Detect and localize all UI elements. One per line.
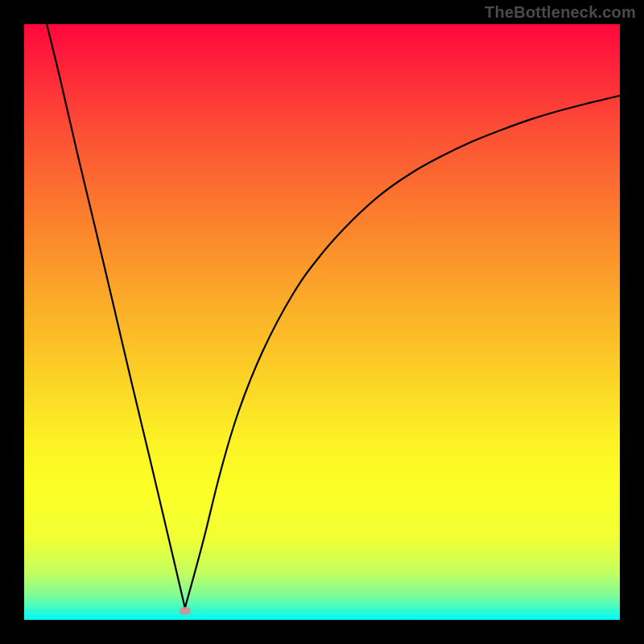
watermark-text: TheBottleneck.com [485,3,636,22]
plot-area [24,24,620,620]
minimum-marker [180,607,191,615]
chart-frame [24,24,620,620]
curve-layer [24,24,620,620]
bottleneck-curve [47,24,620,608]
